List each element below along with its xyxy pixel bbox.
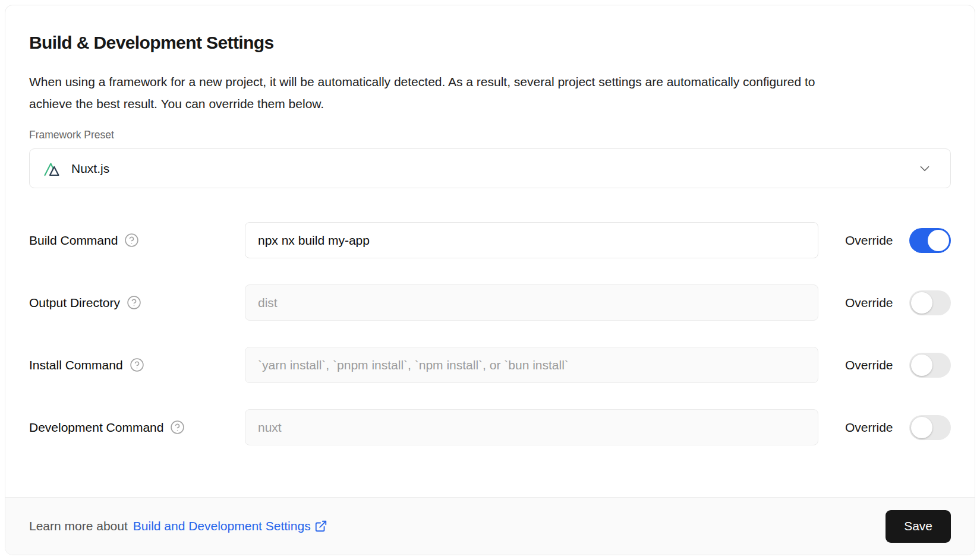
build-command-label: Build Command [29, 233, 118, 248]
development-command-label-group: Development Command [29, 420, 245, 435]
help-circle-icon[interactable] [127, 295, 141, 310]
output-directory-label-group: Output Directory [29, 295, 245, 310]
card-footer: Learn more about Build and Development S… [5, 497, 975, 555]
card-body: Build & Development Settings When using … [5, 5, 975, 497]
chevron-down-icon [917, 161, 932, 176]
override-label: Override [845, 233, 896, 248]
learn-more-prefix: Learn more about [29, 519, 128, 533]
save-button[interactable]: Save [886, 510, 951, 543]
description-text: When using a framework for a new project… [29, 71, 861, 115]
output-directory-input [245, 284, 818, 321]
install-command-label-group: Install Command [29, 357, 245, 372]
framework-preset-value: Nuxt.js [71, 162, 109, 176]
override-label: Override [845, 420, 896, 435]
output-directory-row: Output Directory Override [29, 284, 951, 321]
install-command-input [245, 347, 818, 383]
development-command-label: Development Command [29, 420, 163, 435]
toggle-knob [911, 355, 932, 376]
page-title: Build & Development Settings [29, 33, 951, 53]
install-command-label: Install Command [29, 358, 123, 372]
external-link-icon [314, 520, 327, 533]
framework-preset-select[interactable]: Nuxt.js [29, 148, 951, 188]
development-command-input [245, 409, 818, 445]
learn-more-text: Learn more about Build and Development S… [29, 519, 327, 533]
build-command-override-toggle[interactable] [909, 228, 951, 253]
build-command-row: Build Command Override [29, 222, 951, 258]
install-command-row: Install Command Override [29, 347, 951, 383]
install-command-override-toggle[interactable] [909, 353, 951, 378]
help-circle-icon[interactable] [124, 233, 139, 248]
build-command-input[interactable] [245, 222, 818, 258]
development-command-override-toggle[interactable] [909, 415, 951, 440]
build-command-label-group: Build Command [29, 233, 245, 248]
toggle-knob [928, 230, 949, 251]
output-directory-label: Output Directory [29, 296, 120, 310]
build-dev-settings-card: Build & Development Settings When using … [5, 5, 975, 555]
build-dev-settings-link[interactable]: Build and Development Settings [133, 519, 327, 533]
nuxt-logo-icon [44, 160, 63, 177]
override-label: Override [845, 296, 896, 310]
framework-preset-label: Framework Preset [29, 129, 951, 141]
link-label: Build and Development Settings [133, 519, 311, 533]
toggle-knob [911, 292, 932, 314]
override-label: Override [845, 358, 896, 372]
help-circle-icon[interactable] [130, 357, 144, 372]
settings-rows: Build Command Override Output Directory [29, 222, 951, 445]
development-command-row: Development Command Override [29, 409, 951, 445]
toggle-knob [911, 417, 932, 438]
output-directory-override-toggle[interactable] [909, 290, 951, 315]
help-circle-icon[interactable] [170, 420, 185, 435]
